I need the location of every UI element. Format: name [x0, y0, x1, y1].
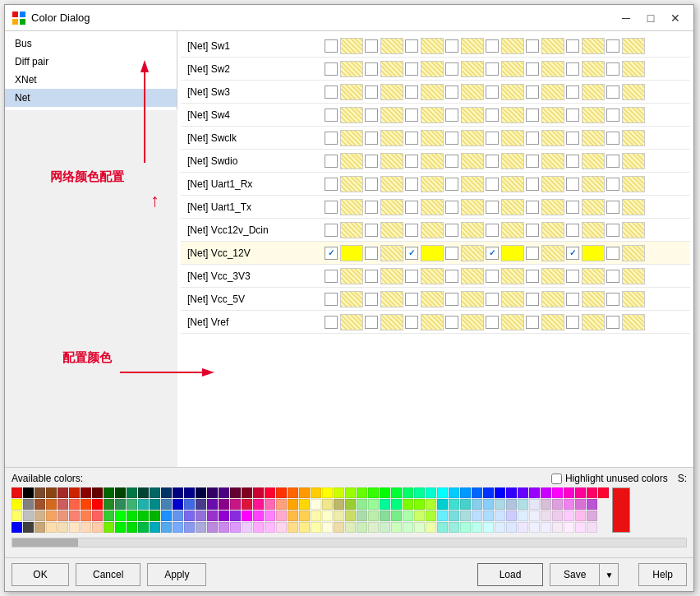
close-button[interactable]: ✕ — [664, 9, 687, 27]
palette-cell[interactable] — [449, 522, 459, 533]
palette-cell[interactable] — [288, 511, 298, 521]
cell-checkbox[interactable] — [325, 62, 338, 76]
color-swatch[interactable] — [541, 107, 564, 123]
right-panel[interactable]: [Net] Sw1[Net] Sw2[Net] Sw3[Net] Sw4[Net… — [177, 31, 693, 467]
palette-cell[interactable] — [311, 511, 321, 521]
palette-cell[interactable] — [35, 522, 45, 533]
cell-checkbox[interactable] — [445, 85, 458, 99]
cell-checkbox[interactable] — [365, 201, 378, 214]
cell-checkbox[interactable] — [486, 293, 499, 306]
palette-cell[interactable] — [173, 487, 183, 498]
palette-cell[interactable] — [575, 499, 586, 510]
palette-cell[interactable] — [242, 487, 252, 498]
palette-cell[interactable] — [345, 487, 356, 498]
color-swatch[interactable] — [461, 245, 484, 261]
palette-cell[interactable] — [322, 487, 333, 498]
palette-cell[interactable] — [575, 511, 586, 521]
palette-cell[interactable] — [173, 511, 183, 521]
cell-checkbox[interactable] — [365, 132, 378, 145]
palette-cell[interactable] — [449, 511, 459, 521]
palette-scrollbar[interactable] — [12, 538, 687, 547]
palette-cell[interactable] — [115, 499, 126, 510]
color-swatch[interactable] — [582, 176, 605, 192]
palette-cell[interactable] — [207, 487, 218, 498]
palette-cell[interactable] — [437, 499, 448, 510]
sidebar-item-net[interactable]: Net — [5, 89, 177, 107]
palette-cell[interactable] — [391, 522, 402, 533]
palette-cell[interactable] — [230, 522, 241, 533]
cell-checkbox[interactable] — [486, 39, 499, 53]
palette-cell[interactable] — [449, 499, 459, 510]
table-row[interactable]: [Net] Sw3 — [181, 81, 690, 104]
palette-cell[interactable] — [196, 522, 206, 533]
cell-checkbox[interactable] — [325, 178, 338, 191]
color-swatch[interactable] — [340, 222, 363, 238]
palette-cell[interactable] — [161, 522, 172, 533]
palette-cell[interactable] — [265, 522, 275, 533]
color-swatch[interactable] — [461, 222, 484, 238]
palette-cell[interactable] — [472, 522, 482, 533]
color-swatch[interactable] — [622, 268, 645, 284]
cell-checkbox[interactable] — [365, 85, 378, 99]
palette-cell[interactable] — [46, 522, 57, 533]
color-swatch[interactable] — [622, 222, 645, 238]
palette-cell[interactable] — [12, 487, 22, 498]
color-swatch[interactable] — [622, 314, 645, 330]
cell-checkbox[interactable] — [566, 178, 579, 191]
load-button[interactable]: Load — [477, 563, 543, 586]
color-swatch[interactable] — [421, 245, 444, 261]
cell-checkbox[interactable] — [405, 39, 418, 53]
palette-cell[interactable] — [518, 499, 528, 510]
color-swatch[interactable] — [541, 176, 564, 192]
color-swatch[interactable] — [461, 61, 484, 77]
cell-checkbox[interactable] — [486, 316, 499, 329]
color-swatch[interactable] — [501, 245, 524, 261]
palette-cell[interactable] — [115, 511, 126, 521]
palette-cell[interactable] — [219, 511, 229, 521]
color-swatch[interactable] — [380, 61, 403, 77]
palette-cell[interactable] — [58, 511, 68, 521]
color-swatch[interactable] — [461, 314, 484, 330]
color-swatch[interactable] — [461, 199, 484, 215]
palette-cell[interactable] — [230, 487, 241, 498]
color-swatch[interactable] — [421, 291, 444, 307]
color-swatch[interactable] — [340, 107, 363, 123]
color-swatch[interactable] — [380, 38, 403, 54]
cell-checkbox[interactable] — [325, 85, 338, 99]
palette-cell[interactable] — [334, 499, 344, 510]
palette-cell[interactable] — [92, 487, 103, 498]
palette-cell[interactable] — [104, 511, 114, 521]
color-swatch[interactable] — [380, 153, 403, 169]
cell-checkbox[interactable] — [405, 132, 418, 145]
color-swatch[interactable] — [541, 314, 564, 330]
palette-cell[interactable] — [391, 511, 402, 521]
palette-cell[interactable] — [380, 511, 390, 521]
palette-cell[interactable] — [173, 499, 183, 510]
palette-cell[interactable] — [69, 511, 80, 521]
color-swatch[interactable] — [501, 38, 524, 54]
cell-checkbox[interactable] — [325, 155, 338, 168]
cell-checkbox[interactable] — [526, 109, 539, 122]
palette-cell[interactable] — [483, 499, 494, 510]
palette-cell[interactable] — [472, 487, 482, 498]
palette-cell[interactable] — [150, 522, 160, 533]
palette-cell[interactable] — [426, 487, 436, 498]
palette-cell[interactable] — [506, 522, 517, 533]
palette-cell[interactable] — [12, 511, 22, 521]
color-swatch[interactable] — [340, 130, 363, 146]
palette-cell[interactable] — [460, 511, 471, 521]
cell-checkbox[interactable] — [325, 247, 338, 260]
cell-checkbox[interactable] — [606, 109, 619, 122]
cell-checkbox[interactable] — [566, 293, 579, 306]
palette-cell[interactable] — [150, 511, 160, 521]
cell-checkbox[interactable] — [526, 270, 539, 283]
cell-checkbox[interactable] — [526, 178, 539, 191]
color-swatch[interactable] — [421, 153, 444, 169]
palette-cell[interactable] — [265, 511, 275, 521]
palette-cell[interactable] — [196, 499, 206, 510]
palette-cell[interactable] — [575, 522, 586, 533]
color-swatch[interactable] — [622, 291, 645, 307]
palette-cell[interactable] — [23, 511, 34, 521]
palette-cell[interactable] — [564, 499, 574, 510]
cell-checkbox[interactable] — [606, 247, 619, 260]
